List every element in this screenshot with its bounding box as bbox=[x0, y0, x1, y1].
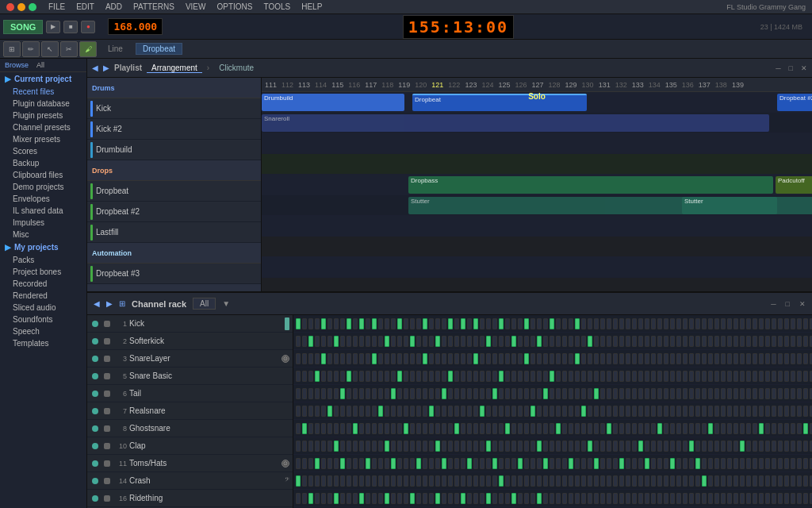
beat-cell[interactable] bbox=[340, 493, 345, 504]
beat-cell[interactable] bbox=[556, 493, 561, 504]
sidebar-item-recorded[interactable]: Recorded bbox=[0, 278, 86, 290]
beat-cell[interactable] bbox=[524, 388, 529, 399]
beat-cell[interactable] bbox=[448, 371, 453, 382]
channel-solo-tail[interactable] bbox=[104, 391, 110, 397]
beat-cell[interactable] bbox=[714, 458, 719, 469]
beat-cell[interactable] bbox=[467, 406, 472, 417]
beat-cell[interactable] bbox=[467, 441, 472, 452]
beat-cell[interactable] bbox=[486, 336, 491, 347]
beat-cell[interactable] bbox=[626, 423, 630, 434]
beat-cell[interactable] bbox=[524, 371, 529, 382]
beat-cell[interactable] bbox=[372, 458, 377, 469]
beat-cell[interactable] bbox=[772, 336, 776, 347]
channel-solo-tomshats[interactable] bbox=[104, 460, 110, 467]
beat-cell[interactable] bbox=[353, 336, 358, 347]
beat-cell[interactable] bbox=[664, 423, 668, 434]
beat-cell[interactable] bbox=[353, 458, 358, 469]
beat-cell[interactable] bbox=[366, 493, 370, 504]
beat-cell[interactable] bbox=[772, 388, 776, 399]
beat-cell[interactable] bbox=[442, 406, 446, 417]
beat-cell[interactable] bbox=[740, 318, 745, 329]
beat-cell[interactable] bbox=[334, 336, 339, 347]
channel-rack-minimize[interactable]: ─ bbox=[771, 300, 776, 308]
beat-cell[interactable] bbox=[772, 318, 776, 329]
beat-cell[interactable] bbox=[810, 441, 813, 452]
beat-cell[interactable] bbox=[772, 406, 776, 417]
channel-solo-snarebasic[interactable] bbox=[104, 373, 110, 379]
beat-cell[interactable] bbox=[569, 388, 573, 399]
beat-cell[interactable] bbox=[778, 318, 783, 329]
beat-cell[interactable] bbox=[353, 441, 358, 452]
channel-mute-kick[interactable] bbox=[92, 321, 98, 327]
beat-cell[interactable] bbox=[803, 423, 808, 434]
beat-cell[interactable] bbox=[721, 493, 726, 504]
beat-cell[interactable] bbox=[524, 318, 529, 329]
beat-cell[interactable] bbox=[391, 353, 396, 364]
beat-cell[interactable] bbox=[746, 458, 751, 469]
track-lastfill[interactable]: Lastfill bbox=[87, 222, 261, 243]
beat-cell[interactable] bbox=[778, 458, 783, 469]
channel-solo-ridething[interactable] bbox=[104, 495, 110, 502]
beat-cell[interactable] bbox=[613, 458, 618, 469]
beat-cell[interactable] bbox=[765, 353, 770, 364]
beat-cell[interactable] bbox=[397, 475, 402, 487]
beat-cell[interactable] bbox=[626, 406, 630, 417]
beat-cell[interactable] bbox=[315, 475, 320, 487]
beat-cell[interactable] bbox=[708, 475, 713, 487]
beat-cell[interactable] bbox=[556, 353, 561, 364]
channel-row-tomshats[interactable]: 11 Toms/Hats ⊙ bbox=[87, 455, 293, 472]
block-dropbeat-main[interactable]: Dropbeat bbox=[412, 94, 587, 111]
beat-cell[interactable] bbox=[486, 353, 491, 364]
beat-cell[interactable] bbox=[511, 458, 516, 469]
beat-cell[interactable] bbox=[550, 493, 554, 504]
beat-cell[interactable] bbox=[530, 353, 535, 364]
beat-cell[interactable] bbox=[480, 458, 485, 469]
beat-cell[interactable] bbox=[727, 336, 732, 347]
beat-cell[interactable] bbox=[695, 493, 700, 504]
beat-cell[interactable] bbox=[429, 336, 434, 347]
beat-cell[interactable] bbox=[327, 423, 332, 434]
beat-cell[interactable] bbox=[708, 388, 713, 399]
beat-cell[interactable] bbox=[676, 493, 681, 504]
beat-cell[interactable] bbox=[651, 336, 656, 347]
beat-cell[interactable] bbox=[537, 336, 542, 347]
beat-cell[interactable] bbox=[404, 475, 408, 487]
beat-cell[interactable] bbox=[530, 493, 535, 504]
beat-cell[interactable] bbox=[607, 388, 611, 399]
beat-cell[interactable] bbox=[308, 388, 313, 399]
channel-filter-all[interactable]: All bbox=[193, 298, 216, 310]
sidebar-item-plugin-database[interactable]: Plugin database bbox=[0, 98, 86, 110]
beat-cell[interactable] bbox=[347, 353, 351, 364]
beat-cell[interactable] bbox=[619, 336, 624, 347]
beat-cell[interactable] bbox=[499, 353, 504, 364]
beat-cell[interactable] bbox=[308, 441, 313, 452]
beat-cell[interactable] bbox=[676, 458, 681, 469]
beat-cell[interactable] bbox=[727, 441, 732, 452]
beat-cell[interactable] bbox=[511, 423, 516, 434]
beat-cell[interactable] bbox=[657, 423, 662, 434]
beat-cell[interactable] bbox=[638, 458, 643, 469]
beat-cell[interactable] bbox=[613, 318, 618, 329]
beat-cell[interactable] bbox=[702, 475, 707, 487]
beat-cell[interactable] bbox=[537, 458, 542, 469]
beat-cell[interactable] bbox=[416, 336, 421, 347]
beat-cell[interactable] bbox=[676, 406, 681, 417]
beat-cell[interactable] bbox=[404, 423, 408, 434]
beat-cell[interactable] bbox=[385, 493, 389, 504]
beat-cell[interactable] bbox=[359, 458, 364, 469]
beat-cell[interactable] bbox=[657, 388, 662, 399]
beat-cell[interactable] bbox=[378, 475, 383, 487]
beat-cell[interactable] bbox=[302, 318, 307, 329]
beat-cell[interactable] bbox=[537, 441, 542, 452]
block-stutter-2[interactable]: Stutter bbox=[682, 197, 777, 214]
beat-cell[interactable] bbox=[791, 423, 795, 434]
beat-cell[interactable] bbox=[378, 371, 383, 382]
beat-cell[interactable] bbox=[467, 388, 472, 399]
beat-cell[interactable] bbox=[753, 493, 757, 504]
beat-row-snarelayer[interactable] bbox=[293, 350, 812, 368]
beat-cell[interactable] bbox=[575, 441, 580, 452]
beat-cell[interactable] bbox=[753, 371, 757, 382]
beat-cell[interactable] bbox=[416, 318, 421, 329]
beat-cell[interactable] bbox=[676, 388, 681, 399]
beat-cell[interactable] bbox=[588, 475, 592, 487]
